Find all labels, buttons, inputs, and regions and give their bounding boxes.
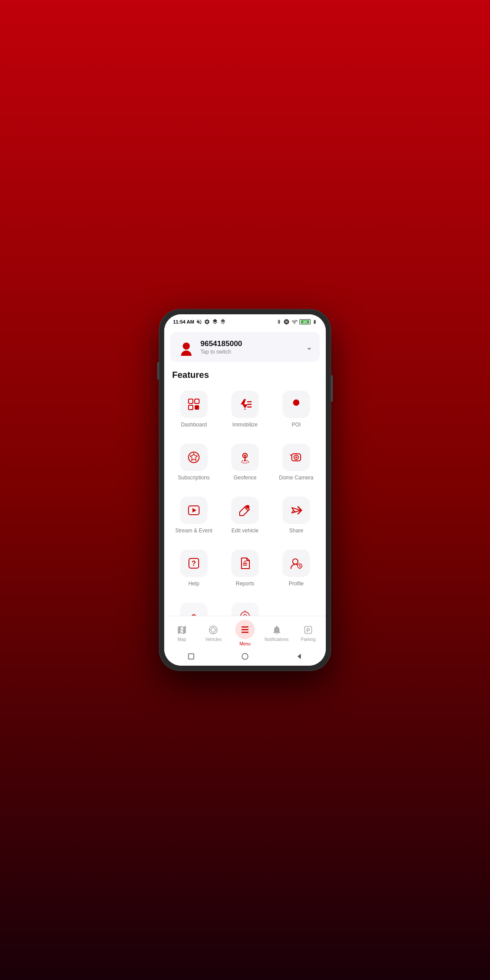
immobilize-icon-box (231, 391, 259, 418)
reports-icon (238, 556, 252, 570)
mute-icon (196, 319, 202, 325)
map-nav-icon (176, 624, 188, 636)
edit-vehicle-icon-box (231, 497, 259, 524)
vehicles-icon (208, 625, 219, 635)
notifications-nav-icon (271, 624, 283, 636)
settings-gear-icon (238, 609, 252, 616)
features-grid: Dashboard Immobilize (164, 384, 326, 616)
account-chevron-icon[interactable]: ⌄ (306, 342, 313, 352)
profile-icon-box (283, 550, 310, 577)
stream-event-label: Stream & Event (175, 528, 212, 534)
feature-subscriptions[interactable]: Subscriptions (170, 437, 217, 486)
account-phone: 9654185000 (200, 339, 242, 348)
charging-icon (313, 319, 317, 325)
dashboard-label: Dashboard (181, 422, 207, 428)
menu-icon (240, 624, 250, 635)
settings-icon (204, 319, 210, 325)
poi-icon-box (283, 391, 310, 418)
live-icon-box (180, 603, 207, 616)
back-arrow-icon (295, 652, 303, 660)
feature-share[interactable]: Share (273, 490, 320, 539)
wifi-icon (291, 319, 298, 325)
svg-point-50 (242, 653, 248, 660)
battery-level: 85 (301, 320, 309, 324)
main-content: 9654185000 Tap to switch ⌄ Features (164, 327, 326, 616)
dashboard-icon-box (180, 391, 207, 418)
avatar (177, 338, 195, 356)
home-circle-icon (241, 652, 249, 660)
feature-edit-vehicle[interactable]: Edit vehicle (222, 490, 268, 539)
vehicles-nav-label: Vehicles (205, 637, 222, 642)
svg-point-35 (241, 612, 249, 616)
poi-label: POI (292, 422, 301, 428)
android-home-button[interactable] (240, 652, 250, 661)
time-display: 11:54 AM (173, 319, 194, 324)
feature-dome-camera[interactable]: Dome Camera (273, 437, 320, 486)
battery-indicator: 85 (299, 319, 311, 324)
dashboard-icon (187, 397, 201, 411)
android-back-button[interactable] (294, 652, 304, 661)
nav-vehicles[interactable]: Vehicles (198, 624, 230, 642)
profile-icon (289, 556, 303, 570)
feature-dashboard[interactable]: Dashboard (170, 384, 217, 433)
account-switch-hint: Tap to switch (200, 349, 242, 355)
svg-point-39 (211, 628, 215, 632)
nav-notifications[interactable]: Notifications (261, 624, 293, 642)
cancel-icon (283, 319, 290, 325)
feature-profile[interactable]: Profile (273, 543, 320, 592)
android-nav-bar (164, 649, 326, 666)
svg-marker-12 (190, 453, 197, 460)
feature-settings[interactable]: Settings (222, 596, 268, 616)
feature-immobilize[interactable]: Immobilize (222, 384, 268, 433)
parking-nav-label: Parking (301, 637, 316, 642)
feature-live[interactable]: Live (170, 596, 217, 616)
geofence-label: Geofence (234, 475, 256, 481)
nav-map[interactable]: Map (166, 624, 198, 642)
feature-help[interactable]: ? Help (170, 543, 217, 592)
profile-label: Profile (289, 580, 304, 587)
map-icon (177, 625, 187, 635)
feature-reports[interactable]: Reports (222, 543, 268, 592)
features-title: Features (164, 367, 326, 384)
immobilize-label: Immobilize (232, 422, 257, 428)
help-icon-box: ? (180, 550, 207, 577)
svg-marker-22 (192, 508, 196, 513)
help-label: Help (188, 580, 200, 587)
share-icon (289, 503, 303, 517)
feature-stream-event[interactable]: Stream & Event (170, 490, 217, 539)
parking-icon: P (303, 625, 313, 635)
nav-menu[interactable]: Menu (229, 620, 261, 646)
svg-point-10 (293, 400, 299, 406)
stream-event-icon-box (180, 497, 207, 524)
map-nav-label: Map (177, 637, 186, 642)
notifications-nav-label: Notifications (264, 637, 288, 642)
subscriptions-label: Subscriptions (178, 475, 210, 481)
svg-point-23 (246, 505, 249, 509)
account-info-left: 9654185000 Tap to switch (177, 338, 242, 356)
nav-parking[interactable]: P Parking (292, 624, 324, 642)
parking-nav-icon: P (302, 624, 314, 636)
live-icon (187, 609, 201, 616)
reports-icon-box (231, 550, 259, 577)
svg-point-20 (295, 456, 297, 458)
recent-apps-icon (187, 652, 195, 660)
dome-camera-icon-box (283, 444, 310, 471)
svg-point-28 (293, 559, 298, 564)
svg-marker-4 (241, 399, 248, 410)
immobilize-icon (238, 397, 252, 411)
android-recent-button[interactable] (186, 652, 196, 661)
feature-geofence[interactable]: Geofence (222, 437, 268, 486)
feature-poi[interactable]: POI (273, 384, 320, 433)
settings-icon-box (231, 603, 259, 616)
bell-icon (271, 625, 282, 635)
bottom-navigation: Map Vehicles (164, 616, 326, 649)
account-section[interactable]: 9654185000 Tap to switch ⌄ (170, 332, 320, 362)
status-bar: 11:54 AM 85 (164, 314, 326, 327)
svg-text:?: ? (192, 560, 196, 567)
dome-camera-icon (289, 450, 303, 464)
edit-vehicle-icon (238, 503, 252, 517)
bluetooth-icon (276, 319, 282, 325)
share-icon-box (283, 497, 310, 524)
account-details: 9654185000 Tap to switch (200, 339, 242, 355)
svg-marker-51 (298, 654, 301, 659)
